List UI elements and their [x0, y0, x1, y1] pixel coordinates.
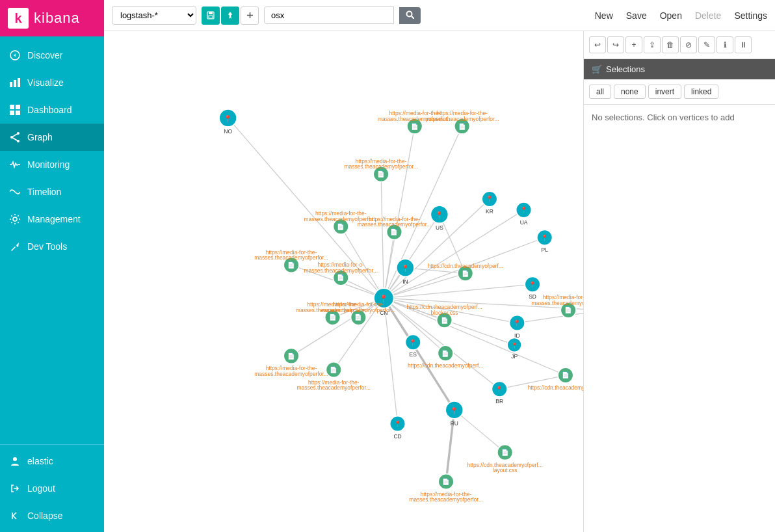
add-node-btn[interactable]: +: [625, 36, 642, 53]
svg-text:https://cdn.theacademyofperf..: https://cdn.theacademyofperf...: [408, 362, 483, 369]
menu-settings[interactable]: Settings: [734, 10, 767, 21]
node-doc18[interactable]: 📄 https://media-for-the- masses.theacade…: [409, 474, 482, 503]
sidebar-item-visualize[interactable]: Visualize: [0, 69, 104, 96]
node-doc11[interactable]: 📄 https://cdn.theacademyofperf... blocke…: [406, 304, 482, 328]
block-btn[interactable]: ⊘: [680, 36, 697, 53]
node-US[interactable]: US 📍: [430, 206, 448, 231]
svg-text:📄: 📄: [337, 223, 345, 231]
share-btn[interactable]: ⇪: [644, 36, 661, 53]
node-BR[interactable]: BR 📍: [492, 381, 507, 405]
svg-text:📍: 📍: [520, 206, 528, 214]
node-doc12[interactable]: 📄 https://media-for-the- masses.theacade…: [531, 294, 583, 318]
right-panel: ↩ ↪ + ⇪ 🗑 ⊘ ✎ ℹ ⏸ 🛒 Selections all none …: [583, 31, 775, 532]
node-PL[interactable]: PL 📍: [537, 230, 553, 253]
sidebar-item-management[interactable]: Management: [0, 206, 104, 233]
svg-rect-9: [16, 111, 20, 115]
svg-line-27: [381, 174, 384, 299]
node-doc5[interactable]: 📄 https://media-for-the- masses.theacade…: [358, 216, 431, 240]
svg-line-14: [12, 137, 18, 141]
grid-icon: [9, 104, 21, 116]
node-doc17[interactable]: 📄 https://cdn.theacademyofperf... layout…: [467, 445, 543, 473]
svg-text:masses.theacademyofperfor...: masses.theacademyofperfor...: [409, 496, 482, 503]
svg-text:📄: 📄: [564, 306, 572, 314]
plus-icon-btn[interactable]: [241, 7, 259, 25]
svg-text:KR: KR: [486, 208, 493, 215]
menu-save[interactable]: Save: [626, 10, 647, 21]
svg-text:IN: IN: [402, 278, 408, 285]
sidebar-item-collapse[interactable]: Collapse: [0, 502, 104, 529]
content: NO 📍 US 📍 KR 📍: [104, 31, 775, 532]
info-btn[interactable]: ℹ: [716, 36, 733, 53]
svg-text:📍: 📍: [224, 114, 232, 123]
svg-text:📄: 📄: [458, 122, 466, 130]
edit-btn[interactable]: ✎: [698, 36, 715, 53]
sidebar-item-elastic-label: elastic: [27, 456, 53, 466]
node-doc7[interactable]: 📄 https://media-for-o- masses.theacademy…: [304, 261, 378, 286]
logo: k kibana: [0, 0, 104, 36]
sidebar-item-monitoring[interactable]: Monitoring: [0, 151, 104, 178]
menu-open[interactable]: Open: [660, 10, 682, 21]
cart-icon: 🛒: [592, 64, 602, 74]
undo-btn[interactable]: ↩: [589, 36, 606, 53]
sidebar-item-logout[interactable]: Logout: [0, 475, 104, 502]
sidebar-item-timelion[interactable]: Timelion: [0, 178, 104, 206]
delete-node-btn[interactable]: 🗑: [662, 36, 679, 53]
sidebar-item-discover-label: Discover: [27, 50, 62, 60]
svg-text:JP: JP: [511, 353, 518, 360]
node-doc15[interactable]: 📄 https://cdn.theacademyofperf...: [408, 345, 483, 369]
sidebar-item-devtools[interactable]: Dev Tools: [0, 233, 104, 260]
sidebar-item-elastic[interactable]: elastic: [0, 447, 104, 475]
node-CD[interactable]: CD 📍: [390, 416, 406, 440]
svg-text:https://cdn.theacademyofperf..: https://cdn.theacademyofperf...: [528, 384, 583, 391]
menu-new[interactable]: New: [595, 10, 613, 21]
node-JP[interactable]: JP 📍: [507, 338, 521, 359]
svg-text:masses.theacademyofperfor...: masses.theacademyofperfor...: [344, 163, 417, 170]
svg-line-59: [454, 410, 505, 452]
svg-text:📍: 📍: [529, 281, 536, 289]
redo-btn[interactable]: ↪: [607, 36, 624, 53]
svg-text:RU: RU: [451, 420, 458, 427]
node-ID[interactable]: ID 📍: [509, 315, 525, 339]
graph-area[interactable]: NO 📍 US 📍 KR 📍: [104, 31, 583, 532]
node-KR[interactable]: KR 📍: [482, 191, 497, 215]
wrench-icon: [9, 241, 21, 252]
topbar: logstash-*: [104, 0, 775, 31]
share-alt-icon: [9, 131, 21, 143]
node-UA[interactable]: UA 📍: [516, 202, 532, 226]
select-invert-btn[interactable]: invert: [648, 85, 681, 99]
node-NO[interactable]: NO 📍: [219, 109, 237, 135]
logo-text: kibana: [34, 10, 80, 27]
sidebar-item-dashboard[interactable]: Dashboard: [0, 96, 104, 124]
logout-icon: [9, 483, 21, 494]
svg-text:📍: 📍: [495, 386, 503, 393]
arrow-left-icon: [9, 510, 21, 522]
pause-btn[interactable]: ⏸: [735, 36, 752, 53]
node-RU[interactable]: RU 📍: [445, 401, 463, 427]
select-linked-btn[interactable]: linked: [684, 85, 718, 99]
svg-text:📍: 📍: [450, 406, 458, 415]
sidebar-item-discover[interactable]: Discover: [0, 42, 104, 69]
pin-icon-btn[interactable]: [221, 7, 239, 25]
select-all-btn[interactable]: all: [589, 85, 611, 99]
sidebar-nav: Discover Visualize Dashboar: [0, 36, 104, 444]
node-doc3[interactable]: 📄 https://media-for-the- masses.theacade…: [344, 158, 417, 182]
select-none-btn[interactable]: none: [614, 85, 646, 99]
sidebar-item-graph[interactable]: Graph: [0, 124, 104, 151]
search-button[interactable]: [399, 7, 421, 24]
svg-text:masses.theacademyofperfor...: masses.theacademyofperfor...: [322, 307, 395, 313]
file-icon-btn[interactable]: [202, 7, 220, 25]
node-doc13[interactable]: 📄 https://media-for-the- masses.theacade…: [254, 349, 328, 377]
sidebar-bottom: elastic Logout Collapse: [0, 444, 104, 532]
svg-text:📍: 📍: [486, 195, 493, 203]
node-SD[interactable]: SD 📍: [525, 276, 540, 300]
svg-text:BR: BR: [495, 398, 503, 405]
svg-text:📄: 📄: [377, 170, 385, 178]
index-pattern-select[interactable]: logstash-*: [112, 6, 196, 25]
sidebar-item-logout-label: Logout: [27, 483, 55, 494]
search-input[interactable]: [264, 7, 394, 24]
sidebar: k kibana Discover Visualize: [0, 0, 104, 532]
menu-delete[interactable]: Delete: [695, 10, 721, 21]
svg-line-23: [412, 16, 414, 19]
node-doc8[interactable]: 📄 https://cdn.theacademyofperf...: [428, 263, 503, 281]
node-doc2[interactable]: 📄 https://media-for-the- masses.theacade…: [425, 110, 499, 134]
